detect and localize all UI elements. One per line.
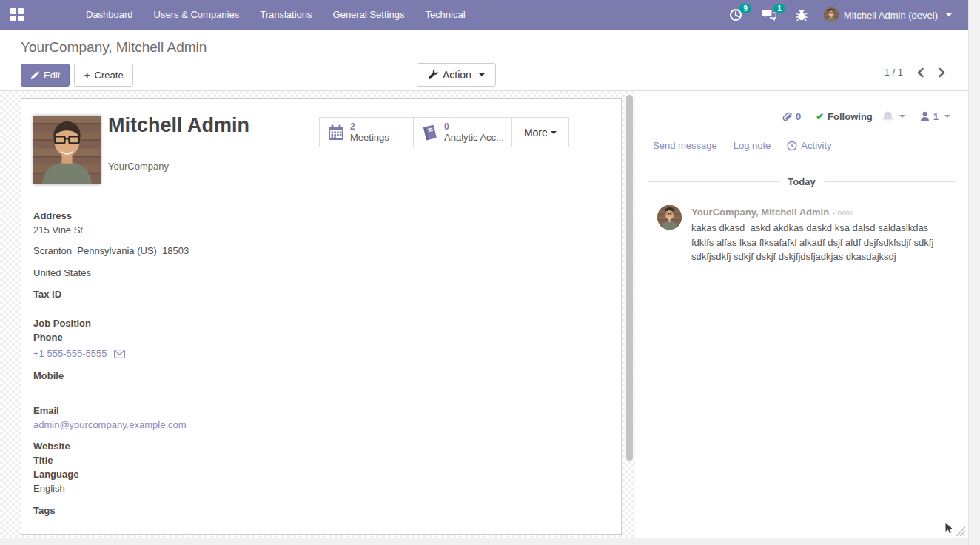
followers-button[interactable]: 1 xyxy=(920,111,950,122)
nav-menus: Dashboard Users & Companies Translations… xyxy=(75,0,476,30)
activities-systray-button[interactable]: 9 xyxy=(722,0,750,30)
more-label: More xyxy=(524,127,548,138)
chevron-down-icon xyxy=(479,73,485,76)
chatter-message: YourCompany, Mitchell Admin - now kakas … xyxy=(635,187,968,264)
schedule-activity-button[interactable]: Activity xyxy=(787,140,831,151)
calendar-icon xyxy=(327,124,345,141)
message-body: YourCompany, Mitchell Admin - now kakas … xyxy=(691,205,949,264)
check-icon: ✔ xyxy=(816,111,824,122)
bell-icon[interactable] xyxy=(882,110,893,122)
meetings-count: 2 xyxy=(350,122,389,132)
followers-count: 1 xyxy=(933,111,939,122)
date-divider-label: Today xyxy=(788,176,815,187)
phone-label: Phone xyxy=(33,330,315,344)
nav-item-users-companies[interactable]: Users & Companies xyxy=(144,0,250,30)
bug-icon xyxy=(796,9,808,21)
pencil-icon xyxy=(30,71,39,80)
contact-name: Mitchell Admin xyxy=(108,114,249,137)
country-value: United States xyxy=(33,266,315,280)
pager-count: 1 / 1 xyxy=(885,67,903,78)
log-note-button[interactable]: Log note xyxy=(734,140,771,151)
message-author-avatar[interactable] xyxy=(657,205,682,230)
following-label: Following xyxy=(828,111,873,122)
mobile-label: Mobile xyxy=(33,369,315,383)
more-dropdown-button[interactable]: More xyxy=(512,118,568,147)
analytic-accounts-stat-button[interactable]: 0 Analytic Acc... xyxy=(414,118,512,147)
stat-button-group: 2 Meetings 0 Analytic Acc... More xyxy=(319,117,569,147)
resize-grip-icon[interactable] xyxy=(956,526,966,537)
nav-item-technical[interactable]: Technical xyxy=(415,0,475,30)
following-button[interactable]: ✔ Following xyxy=(816,110,905,122)
chatter-panel: 0 ✔ Following 1 Send message Log note xyxy=(635,91,968,538)
sms-envelope-icon[interactable] xyxy=(114,350,125,358)
breadcrumb: YourCompany, Mitchell Admin xyxy=(21,39,207,56)
activity-clock-icon xyxy=(787,141,797,151)
date-divider: Today xyxy=(648,176,955,187)
chatter-actions: Send message Log note Activity xyxy=(635,122,968,151)
email-label: Email xyxy=(33,404,315,418)
form-pane-scrollbar[interactable] xyxy=(626,93,633,530)
apps-grid-icon xyxy=(10,8,24,21)
stat-text: 2 Meetings xyxy=(350,122,389,143)
pager-previous-button[interactable] xyxy=(916,67,924,78)
mouse-cursor-icon xyxy=(944,521,956,536)
meetings-stat-button[interactable]: 2 Meetings xyxy=(320,118,414,147)
form-pane: Mitchell Admin YourCompany 2 Meetings xyxy=(0,91,635,538)
user-name: Mitchell Admin (devel) xyxy=(844,10,938,21)
window-horizontal-scrollbar[interactable] xyxy=(0,538,980,545)
messages-count-badge: 1 xyxy=(773,4,785,13)
attachments-count: 0 xyxy=(796,111,801,122)
send-message-button[interactable]: Send message xyxy=(653,140,717,151)
chevron-down-icon xyxy=(946,13,952,16)
chevron-down-icon[interactable] xyxy=(899,115,905,118)
user-avatar xyxy=(824,7,839,22)
analytic-accounts-count: 0 xyxy=(444,122,504,132)
scrollbar-thumb[interactable] xyxy=(626,95,633,461)
message-author[interactable]: YourCompany, Mitchell Admin xyxy=(691,207,829,218)
nav-item-translations[interactable]: Translations xyxy=(249,0,322,30)
contact-company-link[interactable]: YourCompany xyxy=(108,161,169,172)
email-link[interactable]: admin@yourcompany.example.com xyxy=(33,419,187,430)
meetings-label: Meetings xyxy=(350,132,389,143)
wrench-icon xyxy=(428,70,438,80)
contact-photo[interactable] xyxy=(33,116,101,184)
chatter-topbar: 0 ✔ Following 1 xyxy=(635,91,968,122)
city-state-zip-value: Scranton Pennsylvania (US) 18503 xyxy=(33,244,315,258)
title-label: Title xyxy=(33,453,315,467)
action-dropdown-button[interactable]: Action xyxy=(417,63,496,87)
address-label: Address xyxy=(33,209,315,223)
contact-fields: Address 215 Vine St Scranton Pennsylvani… xyxy=(33,209,315,518)
control-panel: YourCompany, Mitchell Admin Edit + Creat… xyxy=(0,30,968,91)
debug-systray-button[interactable] xyxy=(788,0,815,30)
pager-next-button[interactable] xyxy=(938,67,946,78)
edit-button-label: Edit xyxy=(44,70,60,80)
control-panel-buttons: Edit + Create xyxy=(21,64,133,87)
paperclip-icon xyxy=(782,111,792,122)
message-timestamp: - now xyxy=(833,208,853,217)
messages-systray-button[interactable]: 1 xyxy=(754,0,784,30)
activity-label: Activity xyxy=(801,140,831,151)
message-text: kakas dkasd askd akdkas daskd ksa dalsd … xyxy=(691,221,949,264)
nav-item-dashboard[interactable]: Dashboard xyxy=(75,0,144,30)
create-button[interactable]: + Create xyxy=(74,64,132,87)
form-sheet: Mitchell Admin YourCompany 2 Meetings xyxy=(21,98,622,535)
tags-label: Tags xyxy=(33,504,315,518)
nav-item-general-settings[interactable]: General Settings xyxy=(323,0,415,30)
activities-count-badge: 9 xyxy=(739,4,751,13)
stat-text: 0 Analytic Acc... xyxy=(444,122,504,143)
chevron-down-icon[interactable] xyxy=(944,115,950,118)
apps-menu-button[interactable] xyxy=(0,0,34,30)
analytic-accounts-label: Analytic Acc... xyxy=(444,132,504,143)
window-vertical-scrollbar[interactable] xyxy=(968,0,980,545)
attachments-button[interactable]: 0 xyxy=(782,111,801,122)
phone-link[interactable]: +1 555-555-5555 xyxy=(33,347,107,361)
edit-button[interactable]: Edit xyxy=(21,64,70,87)
plus-icon: + xyxy=(84,72,90,79)
book-icon xyxy=(421,124,439,141)
create-button-label: Create xyxy=(95,70,124,80)
street-value: 215 Vine St xyxy=(33,223,315,237)
content-area: Mitchell Admin YourCompany 2 Meetings xyxy=(0,91,968,538)
action-button-label: Action xyxy=(443,70,471,80)
user-menu[interactable]: Mitchell Admin (devel) xyxy=(819,7,956,22)
pager: 1 / 1 xyxy=(885,67,946,78)
